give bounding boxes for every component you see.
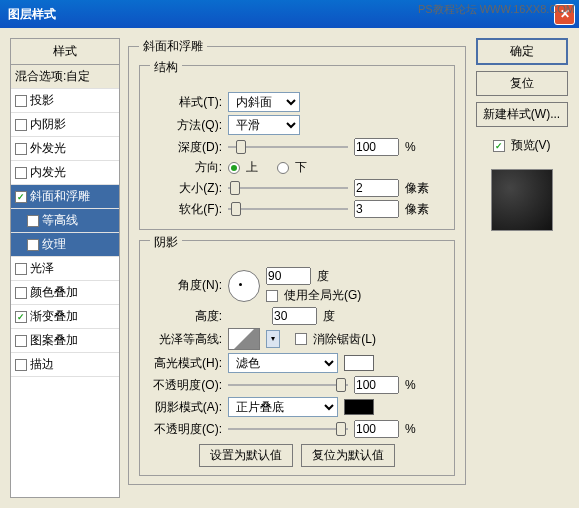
- style-checkbox[interactable]: [15, 311, 27, 323]
- size-input[interactable]: [354, 179, 399, 197]
- style-label: 描边: [30, 356, 54, 373]
- bevel-title: 斜面和浮雕: [139, 38, 207, 55]
- hl-mode-label: 高光模式(H):: [150, 355, 222, 372]
- style-checkbox[interactable]: [15, 191, 27, 203]
- cancel-button[interactable]: 复位: [476, 71, 568, 96]
- preview-label: 预览(V): [511, 137, 551, 154]
- style-item-纹理[interactable]: 纹理: [11, 233, 119, 257]
- style-label: 外发光: [30, 140, 66, 157]
- depth-input[interactable]: [354, 138, 399, 156]
- style-label: 等高线: [42, 212, 78, 229]
- depth-label: 深度(D):: [150, 139, 222, 156]
- style-label: 图案叠加: [30, 332, 78, 349]
- style-checkbox[interactable]: [15, 287, 27, 299]
- hl-opacity-slider[interactable]: [228, 376, 348, 394]
- angle-label: 角度(N):: [150, 277, 222, 294]
- global-light-label: 使用全局光(G): [284, 287, 361, 304]
- reset-default-button[interactable]: 复位为默认值: [301, 444, 395, 467]
- new-style-button[interactable]: 新建样式(W)...: [476, 102, 568, 127]
- shadow-group: 阴影 角度(N): 度 使用全局光(G) 高度:度 光泽等高线:▾ 消除锯齿(L…: [139, 240, 455, 476]
- hl-mode-select[interactable]: 滤色: [228, 353, 338, 373]
- style-checkbox[interactable]: [27, 239, 39, 251]
- size-slider[interactable]: [228, 179, 348, 197]
- structure-legend: 结构: [150, 59, 182, 76]
- altitude-input[interactable]: [272, 307, 317, 325]
- style-label: 斜面和浮雕: [30, 188, 90, 205]
- hl-opacity-unit: %: [405, 378, 416, 392]
- style-checkbox[interactable]: [15, 143, 27, 155]
- style-item-等高线[interactable]: 等高线: [11, 209, 119, 233]
- contour-picker[interactable]: [228, 328, 260, 350]
- sh-mode-select[interactable]: 正片叠底: [228, 397, 338, 417]
- style-item-内阴影[interactable]: 内阴影: [11, 113, 119, 137]
- sh-color-swatch[interactable]: [344, 399, 374, 415]
- shadow-legend: 阴影: [150, 234, 182, 251]
- style-label: 投影: [30, 92, 54, 109]
- styles-list: 样式 混合选项:自定 投影内阴影外发光内发光斜面和浮雕等高线纹理光泽颜色叠加渐变…: [10, 38, 120, 498]
- sh-opacity-unit: %: [405, 422, 416, 436]
- style-checkbox[interactable]: [15, 119, 27, 131]
- size-label: 大小(Z):: [150, 180, 222, 197]
- hl-opacity-label: 不透明度(O):: [150, 377, 222, 394]
- structure-group: 结构 样式(T):内斜面 方法(Q):平滑 深度(D):% 方向:上 下 大小(…: [139, 65, 455, 230]
- style-item-斜面和浮雕[interactable]: 斜面和浮雕: [11, 185, 119, 209]
- style-item-图案叠加[interactable]: 图案叠加: [11, 329, 119, 353]
- style-checkbox[interactable]: [15, 167, 27, 179]
- style-label: 颜色叠加: [30, 284, 78, 301]
- style-checkbox[interactable]: [15, 359, 27, 371]
- angle-control[interactable]: [228, 270, 260, 302]
- dir-down-label: 下: [295, 159, 307, 176]
- global-light-checkbox[interactable]: [266, 290, 278, 302]
- hl-color-swatch[interactable]: [344, 355, 374, 371]
- altitude-label: 高度:: [150, 308, 222, 325]
- sh-opacity-input[interactable]: [354, 420, 399, 438]
- soften-input[interactable]: [354, 200, 399, 218]
- dir-up-radio[interactable]: [228, 162, 240, 174]
- altitude-unit: 度: [323, 308, 335, 325]
- ok-button[interactable]: 确定: [476, 38, 568, 65]
- style-item-投影[interactable]: 投影: [11, 89, 119, 113]
- styles-header: 样式: [11, 39, 119, 65]
- style-item-光泽[interactable]: 光泽: [11, 257, 119, 281]
- watermark: PS教程论坛 WWW.16XX8.COM: [418, 2, 575, 17]
- style-select[interactable]: 内斜面: [228, 92, 300, 112]
- antialias-label: 消除锯齿(L): [313, 331, 376, 348]
- style-checkbox[interactable]: [15, 263, 27, 275]
- blend-options-row[interactable]: 混合选项:自定: [11, 65, 119, 89]
- dir-down-radio[interactable]: [277, 162, 289, 174]
- soften-unit: 像素: [405, 201, 433, 218]
- style-label: 内阴影: [30, 116, 66, 133]
- depth-unit: %: [405, 140, 433, 154]
- style-checkbox[interactable]: [15, 95, 27, 107]
- style-item-外发光[interactable]: 外发光: [11, 137, 119, 161]
- soften-slider[interactable]: [228, 200, 348, 218]
- style-checkbox[interactable]: [27, 215, 39, 227]
- contour-dropdown-icon[interactable]: ▾: [266, 330, 280, 348]
- soften-label: 软化(F):: [150, 201, 222, 218]
- antialias-checkbox[interactable]: [295, 333, 307, 345]
- size-unit: 像素: [405, 180, 433, 197]
- style-label: 样式(T):: [150, 94, 222, 111]
- depth-slider[interactable]: [228, 138, 348, 156]
- style-item-颜色叠加[interactable]: 颜色叠加: [11, 281, 119, 305]
- style-label: 渐变叠加: [30, 308, 78, 325]
- angle-input[interactable]: [266, 267, 311, 285]
- contour-label: 光泽等高线:: [150, 331, 222, 348]
- preview-swatch: [491, 169, 553, 231]
- hl-opacity-input[interactable]: [354, 376, 399, 394]
- sh-opacity-label: 不透明度(C):: [150, 421, 222, 438]
- style-item-描边[interactable]: 描边: [11, 353, 119, 377]
- angle-unit: 度: [317, 268, 329, 285]
- method-select[interactable]: 平滑: [228, 115, 300, 135]
- style-checkbox[interactable]: [15, 335, 27, 347]
- dir-up-label: 上: [246, 159, 258, 176]
- style-item-渐变叠加[interactable]: 渐变叠加: [11, 305, 119, 329]
- bevel-section: 斜面和浮雕 结构 样式(T):内斜面 方法(Q):平滑 深度(D):% 方向:上…: [128, 38, 466, 485]
- preview-checkbox[interactable]: [493, 140, 505, 152]
- sh-opacity-slider[interactable]: [228, 420, 348, 438]
- method-label: 方法(Q):: [150, 117, 222, 134]
- style-label: 光泽: [30, 260, 54, 277]
- style-item-内发光[interactable]: 内发光: [11, 161, 119, 185]
- direction-label: 方向:: [150, 159, 222, 176]
- make-default-button[interactable]: 设置为默认值: [199, 444, 293, 467]
